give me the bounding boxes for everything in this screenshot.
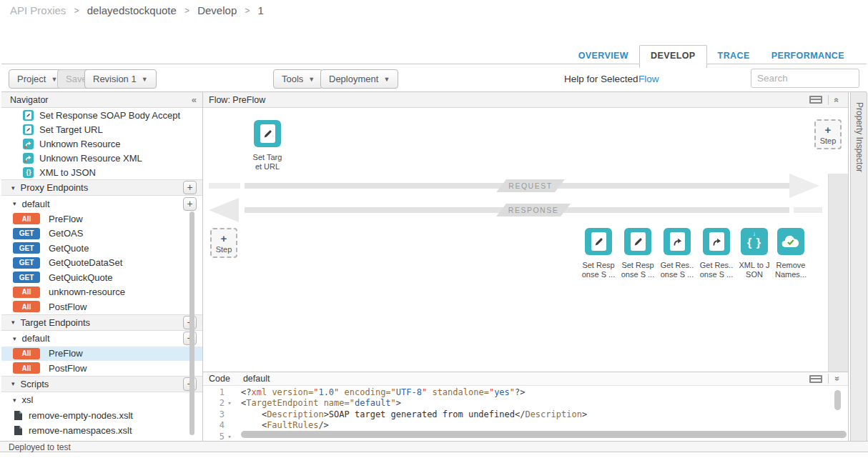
- policy-list: Set Response SOAP Body AcceptSet Target …: [1, 108, 202, 179]
- code-line[interactable]: 3 <Description>SOAP target generated fro…: [203, 409, 848, 420]
- code-line[interactable]: 4 <FaultRules/>: [203, 420, 848, 431]
- flow-item[interactable]: AllPreFlow: [1, 347, 202, 362]
- flow-item[interactable]: Allunknown-resource: [1, 285, 202, 300]
- flow-item[interactable]: GETGetQuoteDataSet: [1, 256, 202, 271]
- script-group-xsl[interactable]: ▾ xsl: [1, 392, 202, 408]
- flow-item[interactable]: GETGetQuickQuote: [1, 270, 202, 285]
- breadcrumb-api-proxies[interactable]: API Proxies: [10, 4, 66, 16]
- flow-canvas[interactable]: REQUEST RESPONSE + Step + Step Set Targe…: [203, 108, 848, 372]
- breadcrumb-revision[interactable]: 1: [258, 4, 264, 16]
- flow-item[interactable]: AllPostFlow: [1, 361, 202, 376]
- fold-arrow-icon[interactable]: ▾: [225, 398, 235, 409]
- braces-icon: { }: [23, 167, 34, 178]
- plus-icon: +: [221, 233, 227, 244]
- property-inspector-label: Property Inspector: [854, 102, 864, 172]
- tab-performance[interactable]: PERFORMANCE: [761, 46, 855, 67]
- script-file-item[interactable]: remove-namespaces.xslt: [1, 423, 202, 438]
- policy-item[interactable]: Set Target URL: [1, 122, 202, 136]
- code-line[interactable]: 2▾<TargetEndpoint name="default">: [203, 398, 848, 409]
- section-target-endpoints[interactable]: ▾ Target Endpoints +: [1, 314, 202, 331]
- policy-node[interactable]: [703, 228, 730, 255]
- collapse-navigator-icon[interactable]: «: [192, 94, 197, 105]
- deployment-menu-button[interactable]: Deployment▼: [320, 69, 398, 89]
- property-inspector-strip[interactable]: Property Inspector: [850, 92, 867, 441]
- maximize-panel-icon[interactable]: [809, 96, 822, 104]
- target-endpoint-default[interactable]: ▾ default +: [1, 331, 202, 347]
- add-flow-button[interactable]: +: [183, 197, 197, 211]
- code-label: Code: [209, 374, 230, 384]
- policy-node-label: Set Target URL: [244, 153, 291, 171]
- maximize-panel-icon[interactable]: [809, 375, 822, 383]
- policy-item[interactable]: { }XML to JSON: [1, 165, 202, 179]
- add-step-button[interactable]: + Step: [814, 119, 842, 149]
- policy-item[interactable]: Unknown Resource XML: [1, 151, 202, 165]
- policy-node[interactable]: [777, 228, 804, 255]
- file-name: remove-namespaces.xslt: [29, 425, 132, 436]
- method-badge: All: [13, 301, 40, 312]
- tab-overview[interactable]: OVERVIEW: [568, 46, 639, 67]
- add-step-button[interactable]: + Step: [210, 228, 237, 258]
- fold-arrow-icon[interactable]: ▾: [225, 432, 235, 440]
- tab-trace[interactable]: TRACE: [707, 46, 761, 67]
- navigator-scrollbar[interactable]: [189, 211, 194, 435]
- section-scripts[interactable]: ▾ Scripts +: [1, 376, 202, 392]
- code-vertical-scrollbar[interactable]: [834, 390, 841, 410]
- policy-node[interactable]: [254, 120, 281, 147]
- flow-item[interactable]: AllPostFlow: [1, 299, 202, 314]
- line-number: 1: [203, 387, 225, 398]
- policy-node[interactable]: { }↓: [741, 228, 768, 255]
- section-title: Target Endpoints: [21, 317, 91, 328]
- flow-title: Flow: PreFlow: [209, 95, 265, 105]
- collapse-down-icon[interactable]: «: [832, 377, 842, 382]
- collapse-up-icon[interactable]: «: [832, 97, 842, 102]
- pencil-icon: [631, 232, 646, 251]
- flow-panel: Flow: PreFlow « REQUEST RESPONSE: [203, 92, 849, 441]
- flow-item[interactable]: AllPreFlow: [1, 211, 202, 226]
- breadcrumb-develop[interactable]: Develop: [197, 4, 237, 16]
- method-badge: GET: [13, 272, 40, 283]
- policy-item[interactable]: Set Response SOAP Body Accept: [1, 108, 202, 122]
- code-horizontal-scrollbar[interactable]: [241, 431, 847, 438]
- response-arrowhead-icon: [209, 198, 239, 222]
- breadcrumb-proxy-name[interactable]: delayedstockquote: [87, 4, 177, 16]
- search-input[interactable]: [751, 69, 859, 88]
- policy-node[interactable]: [624, 228, 651, 255]
- navigator-header: Navigator «: [1, 92, 202, 108]
- help-flow-link[interactable]: Flow: [638, 74, 659, 84]
- pencil-icon: [591, 232, 606, 251]
- policy-node[interactable]: [664, 228, 691, 255]
- response-lane-label: RESPONSE: [496, 204, 571, 216]
- section-title: Proxy Endpoints: [21, 182, 89, 193]
- add-proxy-endpoint-button[interactable]: +: [183, 181, 197, 194]
- triangle-down-icon: ▾: [13, 335, 16, 342]
- script-file-item[interactable]: remove-empty-nodes.xslt: [1, 408, 202, 423]
- policy-node[interactable]: [585, 228, 612, 255]
- method-badge: GET: [13, 228, 40, 239]
- navigator-panel: Navigator « Set Response SOAP Body Accep…: [1, 92, 203, 441]
- code-panel-header: Code default «: [203, 372, 848, 386]
- tools-menu-button[interactable]: Tools▼: [273, 69, 323, 89]
- policy-label: XML to JSON: [39, 167, 96, 178]
- navigator-title: Navigator: [10, 95, 49, 105]
- down-arrow-icon: ↓: [741, 230, 768, 237]
- code-text: <Description>SOAP target generated from …: [241, 409, 587, 420]
- flow-item[interactable]: GETGetOAS: [1, 226, 202, 242]
- breadcrumb-separator: >: [74, 6, 79, 16]
- triangle-down-icon: ▾: [13, 200, 16, 207]
- triangle-down-icon: ▾: [11, 184, 15, 191]
- divider: [828, 374, 829, 384]
- group-name: default: [22, 333, 50, 344]
- triangle-down-icon: ▾: [11, 319, 15, 326]
- method-badge: All: [13, 348, 40, 359]
- proxy-endpoint-default[interactable]: ▾ default +: [1, 196, 202, 211]
- flow-canvas-scrollbar[interactable]: [828, 174, 848, 372]
- flow-item[interactable]: GETGetQuote: [1, 241, 202, 256]
- code-tab-default[interactable]: default: [243, 374, 270, 384]
- policy-node-label: RemoveNames...: [767, 261, 814, 279]
- tab-develop[interactable]: DEVELOP: [639, 45, 707, 68]
- code-line[interactable]: 1<?xml version="1.0" encoding="UTF-8" st…: [203, 387, 848, 398]
- revision-menu-button[interactable]: Revision 1▼: [84, 69, 157, 89]
- section-proxy-endpoints[interactable]: ▾ Proxy Endpoints +: [1, 179, 202, 196]
- policy-item[interactable]: Unknown Resource: [1, 136, 202, 151]
- code-editor[interactable]: 1<?xml version="1.0" encoding="UTF-8" st…: [203, 386, 848, 440]
